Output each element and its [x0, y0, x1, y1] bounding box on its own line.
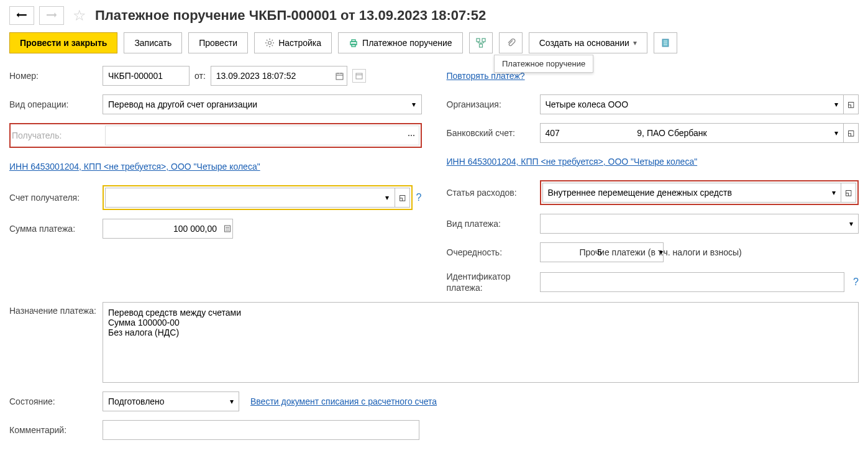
payment-type-input[interactable]: [540, 214, 844, 234]
date-aux-button[interactable]: [352, 69, 366, 83]
attachment-button[interactable]: [499, 32, 523, 53]
recipient-account-open[interactable]: ◱: [395, 188, 410, 208]
recipient-account-input[interactable]: [105, 188, 380, 208]
bank-account-dropdown[interactable]: ▾: [829, 123, 844, 143]
chevron-down-icon: ▾: [832, 188, 836, 197]
from-label: от:: [194, 71, 206, 81]
number-input[interactable]: [103, 66, 190, 86]
inn-kpp-right-link[interactable]: ИНН 6453001204, КПП <не требуется>, ООО …: [447, 157, 698, 167]
identifier-input[interactable]: [540, 272, 845, 292]
expense-open[interactable]: ◱: [841, 183, 856, 203]
svg-point-20: [227, 229, 227, 229]
priority-label: Очередность:: [447, 247, 540, 257]
calendar-button[interactable]: [332, 66, 347, 86]
org-input[interactable]: [540, 94, 829, 114]
chevron-down-icon: ▾: [385, 193, 389, 202]
post-button[interactable]: Провести: [188, 32, 248, 53]
inn-kpp-left-link[interactable]: ИНН 6453001204, КПП <не требуется>, ООО …: [9, 162, 260, 172]
chevron-down-icon: ▾: [412, 100, 416, 109]
write-off-link[interactable]: Ввести документ списания с расчетного сч…: [250, 396, 437, 406]
svg-point-19: [226, 229, 226, 229]
settings-button[interactable]: Настройка: [254, 32, 332, 53]
op-type-input[interactable]: [103, 94, 407, 114]
report-button[interactable]: [654, 32, 677, 53]
arrow-left-icon: 🠔: [16, 9, 27, 22]
svg-point-23: [227, 230, 227, 231]
amount-label: Сумма платежа:: [9, 224, 103, 234]
amount-calc-button[interactable]: [222, 219, 233, 239]
chevron-down-icon: ▾: [849, 219, 853, 228]
arrow-right-icon: 🠖: [46, 9, 57, 22]
payment-type-dropdown[interactable]: ▾: [844, 214, 859, 234]
gear-icon: [265, 38, 275, 48]
nav-forward-button: 🠖: [39, 6, 64, 25]
report-icon: [660, 38, 670, 48]
recipient-account-help[interactable]: ?: [416, 192, 422, 203]
svg-rect-6: [479, 44, 482, 47]
calculator-icon: [224, 225, 231, 232]
save-button[interactable]: Записать: [124, 32, 182, 53]
bank-account-label: Банковский счет:: [447, 128, 540, 138]
org-label: Организация:: [447, 99, 540, 109]
status-dropdown[interactable]: ▾: [224, 391, 239, 411]
open-icon: ◱: [845, 188, 852, 197]
org-dropdown[interactable]: ▾: [829, 94, 844, 114]
recipient-input[interactable]: [105, 126, 404, 145]
structure-button[interactable]: [469, 32, 493, 53]
svg-rect-15: [356, 73, 362, 79]
expense-label: Статья расходов:: [447, 188, 540, 198]
comment-label: Комментарий:: [9, 425, 103, 435]
svg-point-21: [228, 229, 229, 229]
svg-rect-5: [482, 39, 485, 42]
identifier-help[interactable]: ?: [853, 277, 859, 288]
paperclip-icon: [506, 38, 516, 48]
status-input[interactable]: [103, 391, 224, 411]
date-input[interactable]: [211, 66, 332, 86]
svg-rect-4: [477, 39, 480, 42]
priority-desc: Прочие платежи (в т.ч. налоги и взносы): [580, 247, 742, 257]
purpose-label: Назначение платежа:: [9, 302, 103, 383]
payment-type-label: Вид платежа:: [447, 219, 540, 229]
printer-icon: [349, 38, 359, 48]
comment-input[interactable]: [103, 420, 419, 440]
chevron-down-icon: ▾: [633, 39, 637, 47]
svg-rect-11: [336, 73, 343, 80]
status-label: Состояние:: [9, 396, 103, 406]
purpose-textarea[interactable]: [103, 302, 859, 383]
op-type-dropdown[interactable]: ▾: [407, 94, 422, 114]
nav-back-button[interactable]: 🠔: [9, 6, 34, 25]
svg-rect-2: [352, 40, 355, 42]
structure-icon: [475, 37, 487, 48]
bank-account-input[interactable]: [540, 123, 829, 143]
number-label: Номер:: [9, 71, 103, 81]
recipient-select[interactable]: ⋯: [404, 126, 419, 145]
expense-dropdown[interactable]: ▾: [826, 183, 841, 203]
org-open[interactable]: ◱: [844, 94, 859, 114]
recipient-account-dropdown[interactable]: ▾: [380, 188, 395, 208]
page-title: Платежное поручение ЧКБП-000001 от 13.09…: [95, 7, 486, 24]
open-icon: ◱: [847, 129, 854, 137]
open-icon: ◱: [847, 100, 854, 109]
identifier-label: Идентификатор платежа:: [447, 271, 540, 293]
open-icon: ◱: [399, 193, 406, 202]
svg-rect-3: [352, 44, 355, 47]
svg-point-22: [226, 230, 226, 231]
chevron-down-icon: ▾: [834, 100, 838, 109]
amount-input[interactable]: [103, 219, 222, 239]
recipient-label: Получатель:: [12, 130, 105, 140]
create-based-on-button[interactable]: Создать на основании ▾: [529, 32, 647, 53]
calendar-icon: [336, 72, 344, 80]
tooltip: Платежное поручение: [494, 55, 593, 73]
print-payment-order-button[interactable]: Платежное поручение: [338, 32, 463, 53]
chevron-down-icon: ▾: [230, 397, 234, 406]
favorite-star-icon[interactable]: ☆: [73, 7, 86, 24]
recipient-account-label: Счет получателя:: [9, 193, 103, 203]
expense-input[interactable]: [542, 183, 827, 203]
chevron-down-icon: ▾: [834, 129, 838, 137]
post-and-close-button[interactable]: Провести и закрыть: [9, 32, 117, 53]
svg-point-24: [228, 230, 229, 231]
bank-account-open[interactable]: ◱: [844, 123, 859, 143]
toolbar: Провести и закрыть Записать Провести Нас…: [9, 32, 859, 53]
svg-point-0: [268, 42, 272, 45]
op-type-label: Вид операции:: [9, 99, 103, 109]
